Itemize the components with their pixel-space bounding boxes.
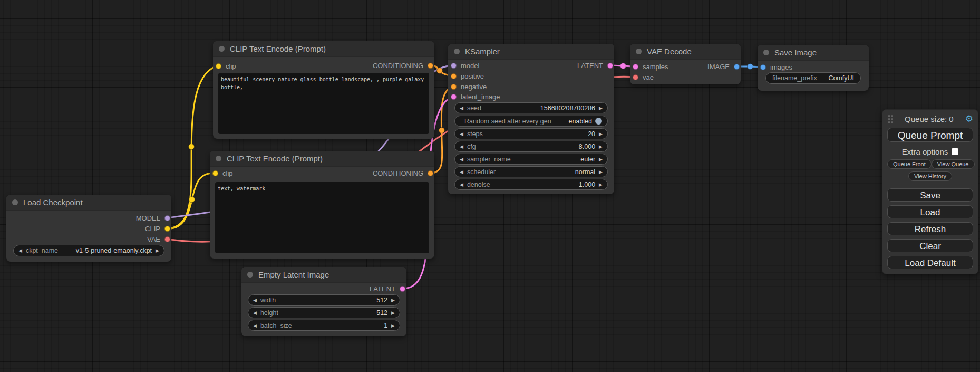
load-default-button[interactable]: Load Default	[887, 256, 973, 269]
link-midpoint-dot[interactable]	[189, 144, 195, 150]
decrement-arrow-icon[interactable]: ◀	[18, 248, 22, 253]
batch-size-widget[interactable]: ◀ batch_size 1 ▶	[248, 320, 400, 331]
conditioning-input-dot[interactable]	[451, 84, 457, 90]
scheduler-widget[interactable]: ◀ scheduler normal ▶	[454, 166, 608, 177]
input-slot-clip[interactable]: clip	[216, 61, 236, 71]
model-input-dot[interactable]	[451, 63, 457, 69]
latent-input-dot[interactable]	[451, 94, 457, 100]
queue-panel[interactable]: Queue size: 0 ⚙ Queue Prompt Extra optio…	[882, 109, 978, 274]
increment-arrow-icon[interactable]: ▶	[156, 248, 159, 253]
increment-arrow-icon[interactable]: ▶	[599, 106, 603, 111]
clip-output-dot[interactable]	[164, 226, 170, 232]
refresh-button[interactable]: Refresh	[887, 222, 973, 235]
prompt-textarea[interactable]: beautiful scenery nature glass bottle la…	[218, 73, 429, 134]
output-slot-latent[interactable]: LATENT	[577, 60, 613, 71]
node-title-bar[interactable]: CLIP Text Encode (Prompt)	[210, 151, 434, 167]
increment-arrow-icon[interactable]: ▶	[391, 298, 395, 303]
save-button[interactable]: Save	[887, 188, 973, 202]
decrement-arrow-icon[interactable]: ◀	[460, 106, 463, 111]
node-title-bar[interactable]: Save Image	[758, 45, 869, 61]
clear-button[interactable]: Clear	[887, 239, 973, 252]
filename-prefix-widget[interactable]: filename_prefix ComfyUI	[765, 72, 861, 84]
output-slot-model[interactable]: MODEL	[136, 213, 170, 223]
node-load-checkpoint[interactable]: Load Checkpoint MODEL CLIP VAE ◀ ckpt_na…	[6, 195, 171, 262]
link-midpoint-dot[interactable]	[620, 63, 626, 69]
toggle-indicator[interactable]	[595, 118, 602, 125]
clip-input-dot[interactable]	[216, 63, 221, 69]
vae-input-dot[interactable]	[633, 74, 638, 80]
input-slot-clip[interactable]: clip	[212, 168, 233, 178]
node-vae-decode[interactable]: VAE Decode samples vae IMAGE	[630, 44, 741, 84]
node-title-bar[interactable]: Empty Latent Image	[241, 267, 406, 283]
conditioning-input-dot[interactable]	[451, 73, 457, 79]
node-clip-text-encode-positive[interactable]: CLIP Text Encode (Prompt) clip CONDITION…	[213, 41, 434, 139]
prompt-textarea[interactable]: text, watermark	[215, 182, 429, 253]
node-title-bar[interactable]: CLIP Text Encode (Prompt)	[213, 41, 434, 57]
clip-input-dot[interactable]	[212, 170, 218, 176]
latent-output-dot[interactable]	[607, 63, 613, 69]
queue-prompt-button[interactable]: Queue Prompt	[887, 128, 973, 142]
increment-arrow-icon[interactable]: ▶	[599, 131, 603, 137]
node-empty-latent-image[interactable]: Empty Latent Image LATENT ◀ width 512 ▶ …	[241, 267, 406, 336]
node-graph-canvas[interactable]: Load Checkpoint MODEL CLIP VAE ◀ ckpt_na…	[0, 0, 980, 372]
increment-arrow-icon[interactable]: ▶	[599, 144, 603, 149]
queue-front-button[interactable]: Queue Front	[887, 159, 932, 169]
link-midpoint-dot[interactable]	[439, 128, 445, 133]
output-slot-image[interactable]: IMAGE	[707, 61, 740, 72]
input-slot-positive[interactable]: positive	[451, 71, 484, 81]
vae-output-dot[interactable]	[164, 236, 170, 242]
node-ksampler[interactable]: KSampler model positive negative latent_…	[448, 44, 614, 194]
extra-options-checkbox[interactable]	[952, 148, 958, 155]
node-title-bar[interactable]: VAE Decode	[630, 44, 741, 60]
image-input-dot[interactable]	[760, 64, 766, 70]
output-slot-conditioning[interactable]: CONDITIONING	[373, 60, 433, 71]
decrement-arrow-icon[interactable]: ◀	[253, 298, 257, 303]
height-widget[interactable]: ◀ height 512 ▶	[248, 307, 400, 318]
decrement-arrow-icon[interactable]: ◀	[253, 323, 257, 328]
input-slot-negative[interactable]: negative	[451, 81, 487, 92]
steps-widget[interactable]: ◀ steps 20 ▶	[454, 128, 608, 139]
model-output-dot[interactable]	[164, 215, 170, 221]
increment-arrow-icon[interactable]: ▶	[599, 157, 603, 162]
latent-input-dot[interactable]	[633, 64, 638, 70]
input-slot-vae[interactable]: vae	[633, 72, 654, 82]
node-title-bar[interactable]: Load Checkpoint	[6, 195, 171, 211]
increment-arrow-icon[interactable]: ▶	[391, 310, 395, 316]
denoise-widget[interactable]: ◀ denoise 1.000 ▶	[454, 179, 608, 190]
width-widget[interactable]: ◀ width 512 ▶	[248, 294, 400, 306]
random-seed-toggle-widget[interactable]: Random seed after every gen enabled	[454, 116, 608, 127]
link-midpoint-dot[interactable]	[748, 64, 753, 70]
output-slot-conditioning[interactable]: CONDITIONING	[373, 168, 433, 178]
cfg-widget[interactable]: ◀ cfg 8.000 ▶	[454, 141, 608, 152]
increment-arrow-icon[interactable]: ▶	[599, 182, 603, 187]
load-button[interactable]: Load	[887, 205, 973, 218]
node-save-image[interactable]: Save Image images filename_prefix ComfyU…	[758, 45, 869, 91]
output-slot-latent[interactable]: LATENT	[370, 283, 405, 294]
ckpt-name-widget[interactable]: ◀ ckpt_name v1-5-pruned-emaonly.ckpt ▶	[13, 245, 164, 256]
increment-arrow-icon[interactable]: ▶	[599, 169, 603, 175]
link-midpoint-dot[interactable]	[189, 197, 195, 203]
view-history-button[interactable]: View History	[908, 171, 952, 181]
input-slot-images[interactable]: images	[760, 62, 792, 72]
increment-arrow-icon[interactable]: ▶	[391, 323, 395, 328]
node-clip-text-encode-negative[interactable]: CLIP Text Encode (Prompt) clip CONDITION…	[210, 151, 434, 259]
decrement-arrow-icon[interactable]: ◀	[460, 144, 463, 149]
seed-widget[interactable]: ◀ seed 156680208700286 ▶	[454, 102, 608, 113]
view-queue-button[interactable]: View Queue	[932, 159, 975, 169]
decrement-arrow-icon[interactable]: ◀	[460, 169, 463, 175]
input-slot-latent-image[interactable]: latent_image	[451, 91, 500, 102]
conditioning-output-dot[interactable]	[428, 170, 433, 176]
drag-handle-icon[interactable]	[888, 115, 893, 123]
node-title-bar[interactable]: KSampler	[448, 44, 614, 60]
decrement-arrow-icon[interactable]: ◀	[460, 131, 463, 137]
output-slot-vae[interactable]: VAE	[147, 234, 170, 244]
output-slot-clip[interactable]: CLIP	[145, 223, 170, 234]
settings-gear-icon[interactable]: ⚙	[965, 115, 973, 123]
sampler-name-widget[interactable]: ◀ sampler_name euler ▶	[454, 154, 608, 165]
conditioning-output-dot[interactable]	[428, 63, 433, 69]
decrement-arrow-icon[interactable]: ◀	[460, 182, 463, 187]
latent-output-dot[interactable]	[400, 286, 405, 292]
decrement-arrow-icon[interactable]: ◀	[460, 157, 463, 162]
link-midpoint-dot[interactable]	[437, 68, 443, 74]
image-output-dot[interactable]	[734, 64, 740, 70]
